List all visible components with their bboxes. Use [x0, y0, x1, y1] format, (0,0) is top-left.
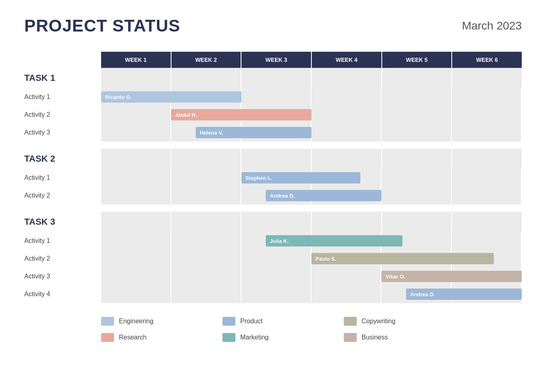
gantt-bar-t3-a1-b1: Julia K.: [266, 235, 402, 247]
task-cell-2-w1: [101, 149, 171, 169]
activity-cells-t3-a2: Paulo S.: [101, 250, 522, 268]
activity-cell-t1-a1-w3: [241, 88, 311, 106]
legend-swatch-copywriting: [344, 317, 357, 326]
activity-row-t2-a1: Activity 1Stephen L.: [24, 169, 522, 187]
activity-cell-t1-a3-w5: [381, 124, 451, 141]
legend-label-research: Research: [119, 334, 146, 341]
section-spacer: [24, 141, 522, 149]
activity-cell-t1-a1-w6: [452, 88, 522, 106]
activity-row-t2-a2: Activity 2Andrea D.: [24, 187, 522, 204]
activity-label-t2-a1: Activity 1: [24, 174, 101, 181]
legend-item-research: Research: [101, 331, 222, 344]
activity-label-t3-a3: Activity 3: [24, 273, 101, 280]
week-header-6: WEEK 6: [452, 52, 522, 68]
week-header-1: WEEK 1: [101, 52, 171, 68]
legend-item-marketing: Marketing: [222, 331, 344, 344]
legend-label-copywriting: Copywriting: [362, 318, 396, 325]
task-cell-1-w3: [241, 68, 312, 88]
task-cell-3-w6: [452, 212, 522, 232]
legend: EngineeringProductCopywritingResearchMar…: [101, 315, 465, 344]
section-spacer: [24, 204, 522, 212]
activity-cell-t2-a1-w5: [381, 169, 451, 187]
legend-label-product: Product: [240, 318, 262, 325]
legend-label-business: Business: [362, 334, 388, 341]
activity-label-t1-a3: Activity 3: [24, 129, 101, 136]
task-label-2: TASK 2: [24, 154, 101, 164]
activity-cell-t1-a2-w1: [101, 106, 171, 124]
activity-cell-t3-a1-w6: [452, 232, 522, 250]
activity-cell-t3-a3-w3: [241, 268, 311, 285]
activity-cell-t2-a1-w2: [171, 169, 241, 187]
activity-cell-t3-a1-w1: [101, 232, 171, 250]
activity-cells-t3-a4: Andrea D.: [101, 285, 522, 303]
legend-swatch-marketing: [222, 333, 235, 342]
week-header-5: WEEK 5: [382, 52, 453, 68]
activity-cell-t2-a2-w2: [171, 187, 241, 204]
legend-item-business: Business: [344, 331, 465, 344]
activity-cell-t1-a1-w4: [311, 88, 381, 106]
activity-cell-t3-a1-w2: [171, 232, 241, 250]
gantt-bar-t1-a1-b1: Ricardo G.: [101, 91, 241, 103]
activity-row-t3-a4: Activity 4Andrea D.: [24, 285, 522, 303]
activity-cells-t1-a1: Ricardo G.: [101, 88, 522, 106]
activity-cell-t2-a1-w6: [452, 169, 522, 187]
month-label: March 2023: [462, 19, 522, 32]
gantt-bar-t3-a3-b1: Vikar O.: [381, 271, 522, 282]
activity-row-t3-a3: Activity 3Vikar O.: [24, 268, 522, 285]
task-cell-3-w1: [101, 212, 171, 232]
activity-label-t3-a1: Activity 1: [24, 237, 101, 244]
activity-cell-t3-a3-w2: [171, 268, 241, 285]
gantt-chart: WEEK 1WEEK 2WEEK 3WEEK 4WEEK 5WEEK 6TASK…: [24, 52, 522, 303]
task-cell-1-w1: [101, 68, 171, 88]
activity-cell-t3-a2-w3: [241, 250, 311, 268]
task-cell-3-w4: [312, 212, 382, 232]
legend-label-marketing: Marketing: [240, 334, 269, 341]
task-cell-1-w2: [171, 68, 242, 88]
activity-label-t3-a4: Activity 4: [24, 291, 101, 298]
activity-cell-t3-a3-w1: [101, 268, 171, 285]
task-label-row-2: TASK 2: [24, 149, 522, 169]
activity-cell-t1-a2-w6: [452, 106, 522, 124]
task-label-3: TASK 3: [24, 217, 101, 227]
activity-label-t3-a2: Activity 2: [24, 255, 101, 262]
activity-cells-t2-a1: Stephen L.: [101, 169, 522, 187]
task-cell-3-w3: [241, 212, 312, 232]
task-cell-3-w2: [171, 212, 242, 232]
activity-row-t1-a1: Activity 1Ricardo G.: [24, 88, 522, 106]
activity-row-t3-a1: Activity 1Julia K.: [24, 232, 522, 250]
gantt-bar-t1-a2-b1: Abdul H.: [171, 109, 311, 120]
activity-cell-t3-a2-w1: [101, 250, 171, 268]
activity-cell-t3-a3-w4: [311, 268, 381, 285]
page-title: PROJECT STATUS: [24, 16, 180, 36]
activity-cell-t1-a3-w4: [311, 124, 381, 141]
activity-cells-t3-a1: Julia K.: [101, 232, 522, 250]
task-cell-1-w5: [382, 68, 453, 88]
activity-cells-t1-a2: Abdul H.: [101, 106, 522, 124]
gantt-bar-t3-a2-b1: Paulo S.: [311, 253, 494, 264]
activity-cell-t3-a4-w1: [101, 285, 171, 303]
task-cell-1-w6: [452, 68, 522, 88]
task-cells-1: [101, 68, 522, 88]
task-label-1: TASK 1: [24, 73, 101, 83]
gantt-bar-t3-a4-b1: Andrea D.: [406, 289, 522, 300]
activity-row-t3-a2: Activity 2Paulo S.: [24, 250, 522, 268]
week-header-2: WEEK 2: [171, 52, 242, 68]
gantt-bar-t2-a2-b1: Andrea D.: [266, 190, 381, 201]
activity-label-t2-a2: Activity 2: [24, 192, 101, 199]
legend-swatch-business: [344, 333, 357, 342]
activity-label-t1-a1: Activity 1: [24, 93, 101, 101]
task-cells-2: [101, 149, 522, 169]
task-cell-1-w4: [312, 68, 382, 88]
activity-cell-t3-a4-w2: [171, 285, 241, 303]
activity-cell-t1-a3-w6: [452, 124, 522, 141]
page-header: PROJECT STATUS March 2023: [24, 16, 522, 36]
task-cell-2-w4: [312, 149, 382, 169]
task-cell-2-w3: [241, 149, 312, 169]
activity-cell-t3-a4-w3: [241, 285, 311, 303]
activity-cell-t2-a2-w1: [101, 187, 171, 204]
legend-item-copywriting: Copywriting: [344, 315, 465, 327]
gantt-header-row: WEEK 1WEEK 2WEEK 3WEEK 4WEEK 5WEEK 6: [101, 52, 522, 68]
task-label-row-1: TASK 1: [24, 68, 522, 88]
task-cell-2-w6: [452, 149, 522, 169]
task-label-row-3: TASK 3: [24, 212, 522, 232]
